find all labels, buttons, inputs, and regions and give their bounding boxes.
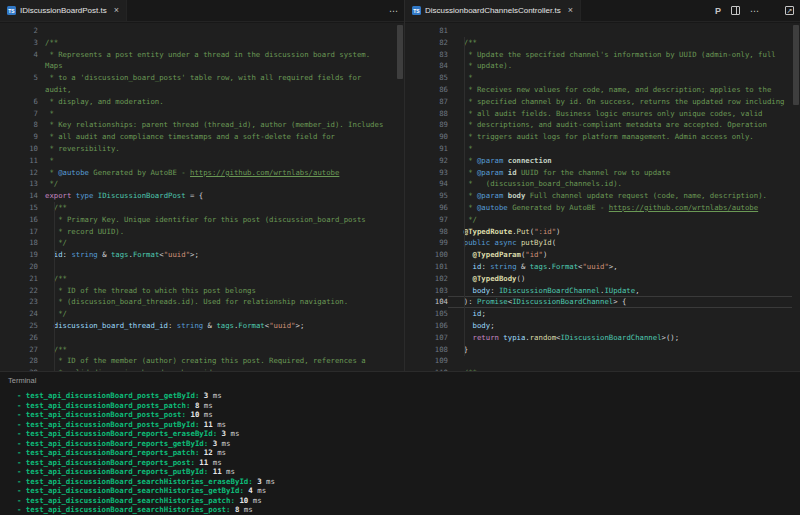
code-row[interactable]: 22 * ID of the thread to which this post… — [0, 285, 404, 297]
code-row[interactable]: 13 */ — [0, 178, 404, 190]
line-number: 22 — [0, 285, 38, 297]
code-row[interactable]: 17 * record UUID). — [0, 226, 404, 238]
line-number: 15 — [0, 202, 38, 214]
code-row[interactable]: 14export type IDiscussionBoardPost = { — [0, 190, 404, 202]
line-number: 95 — [405, 190, 448, 202]
code-row[interactable]: 25 discussion_board_thread_id: string & … — [0, 320, 404, 332]
code-row[interactable]: 23 * (discussion_board_threads.id). Used… — [0, 296, 404, 308]
code-row[interactable]: 3/** — [0, 37, 404, 49]
terminal-panel[interactable]: Terminal - test_api_discussionBoard_post… — [0, 371, 800, 515]
close-icon[interactable]: × — [114, 6, 119, 15]
indent-guide — [54, 202, 55, 371]
scrollbar-left[interactable] — [397, 25, 403, 79]
typescript-file-icon: TS — [412, 6, 421, 15]
line-number: 23 — [0, 296, 38, 308]
code-row[interactable]: 81 — [405, 25, 800, 37]
tab-discussionboardchannelscontroller[interactable]: TS DiscussionboardChannelsController.ts … — [405, 0, 581, 21]
more-actions-icon[interactable]: ⋯ — [389, 6, 398, 16]
terminal-line: - test_api_discussionBoard_searchHistori… — [8, 496, 800, 506]
line-number: 25 — [0, 320, 38, 332]
line-number: 87 — [405, 96, 448, 108]
line-number: 96 — [405, 202, 448, 214]
line-number: 104 — [405, 296, 448, 308]
editor-group-right: TS DiscussionboardChannelsController.ts … — [405, 0, 800, 371]
line-number: 85 — [405, 72, 448, 84]
prettier-icon[interactable]: P — [715, 6, 721, 16]
vscode-editor-window: TS IDiscussionBoardPost.ts × ⋯ 23/**4 * … — [0, 0, 800, 515]
line-number: 12 — [0, 167, 38, 179]
terminal-line: - test_api_discussionBoard_posts_getById… — [8, 391, 800, 401]
code-row[interactable]: 21 /** — [0, 273, 404, 285]
open-in-new-window-icon[interactable]: ↗ — [785, 6, 794, 15]
line-number: 107 — [405, 332, 448, 344]
line-number: 103 — [405, 285, 448, 297]
line-number: 99 — [405, 237, 448, 249]
line-number: 21 — [0, 273, 38, 285]
code-row[interactable]: 6 * display, and moderation. — [0, 96, 404, 108]
editor-actions-left: ⋯ — [389, 0, 404, 21]
line-number: 2 — [0, 25, 38, 37]
line-number: 20 — [0, 261, 38, 273]
line-number: 10 — [0, 143, 38, 155]
line-number: 94 — [405, 178, 448, 190]
terminal-line: - test_api_discussionBoard_posts_patch: … — [8, 401, 800, 411]
close-icon[interactable]: × — [568, 6, 573, 15]
code-row[interactable]: 20 — [0, 261, 404, 273]
line-number: 14 — [0, 190, 38, 202]
terminal-line: - test_api_discussionBoard_posts_putById… — [8, 420, 800, 430]
code-row[interactable]: Maps — [0, 60, 404, 72]
editor-group-left: TS IDiscussionBoardPost.ts × ⋯ 23/**4 * … — [0, 0, 404, 371]
terminal-line: - test_api_discussionBoard_reports_putBy… — [8, 467, 800, 477]
code-row[interactable]: 18 */ — [0, 237, 404, 249]
line-number: 9 — [0, 131, 38, 143]
indent-guide — [464, 37, 465, 356]
code-row[interactable]: 15 /** — [0, 202, 404, 214]
code-row[interactable]: 12 * @autobe Generated by AutoBE - https… — [0, 167, 404, 179]
line-number: 89 — [405, 119, 448, 131]
line-number: 8 — [0, 119, 38, 131]
code-row[interactable]: audit, — [0, 84, 404, 96]
line-number: 101 — [405, 261, 448, 273]
line-number — [0, 84, 38, 96]
scrollbar-right[interactable] — [793, 25, 799, 105]
code-editor-left[interactable]: 23/**4 * Represents a post entity under … — [0, 23, 404, 371]
line-number: 90 — [405, 131, 448, 143]
tab-idiscussionboardpost[interactable]: TS IDiscussionBoardPost.ts × — [0, 0, 127, 21]
code-row[interactable]: 4 * Represents a post entity under a thr… — [0, 49, 404, 61]
code-row[interactable]: 2 — [0, 25, 404, 37]
line-number: 105 — [405, 308, 448, 320]
code-row[interactable]: 28 * ID of the member (author) creating … — [0, 355, 404, 367]
split-editor-icon[interactable] — [731, 6, 740, 15]
line-number: 26 — [0, 332, 38, 344]
line-number: 5 — [0, 72, 38, 84]
code-row[interactable]: 16 * Primary Key. Unique identifier for … — [0, 214, 404, 226]
code-row[interactable]: 26 — [0, 332, 404, 344]
typescript-file-icon: TS — [7, 6, 16, 15]
code-row[interactable]: 5 * to a 'discussion_board_posts' table … — [0, 72, 404, 84]
terminal-line: - test_api_discussionBoard_searchHistori… — [8, 477, 800, 487]
terminal-output: - test_api_discussionBoard_posts_getById… — [8, 391, 800, 515]
line-number: 27 — [0, 344, 38, 356]
code-row[interactable]: 7 * — [0, 108, 404, 120]
line-number: 18 — [0, 237, 38, 249]
line-number: 6 — [0, 96, 38, 108]
code-row[interactable]: 19 id: string & tags.Format<"uuid">; — [0, 249, 404, 261]
line-number: 24 — [0, 308, 38, 320]
line-number: 28 — [0, 355, 38, 367]
code-editor-right[interactable]: 8182 /**83 * Update the specified channe… — [405, 23, 800, 371]
code-row[interactable]: 9 * all audit and compliance timestamps … — [0, 131, 404, 143]
code-row[interactable]: 24 */ — [0, 308, 404, 320]
tab-bar-left: TS IDiscussionBoardPost.ts × ⋯ — [0, 0, 404, 22]
terminal-line: - test_api_discussionBoard_reports_erase… — [8, 429, 800, 439]
line-number: 91 — [405, 143, 448, 155]
code-row[interactable]: 10 * reversibility. — [0, 143, 404, 155]
more-actions-icon[interactable]: ⋯ — [750, 6, 759, 16]
code-row[interactable]: 27 /** — [0, 344, 404, 356]
line-number: 92 — [405, 155, 448, 167]
line-number: 97 — [405, 214, 448, 226]
line-number: 11 — [0, 155, 38, 167]
code-row[interactable]: 11 * — [0, 155, 404, 167]
code-row[interactable]: 8 * Key relationships: parent thread (th… — [0, 119, 404, 131]
terminal-line: - test_api_discussionBoard_searchHistori… — [8, 505, 800, 515]
code-row[interactable]: 109 — [405, 355, 800, 367]
